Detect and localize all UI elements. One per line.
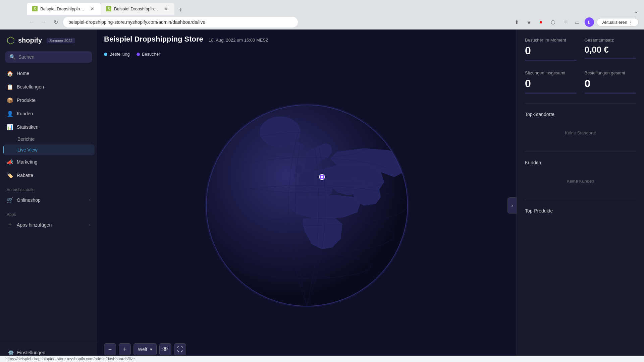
sidebar-item-label-marketing: Marketing: [17, 159, 91, 165]
map-section: Beispiel Dropshipping Store 18. Aug. 202…: [97, 29, 517, 362]
stat-gesamtumsatz: Gesamtumsatz 0,00 €: [585, 38, 636, 61]
stats-divider-3: [525, 200, 636, 200]
browser-tab-active[interactable]: S Beispiel Dropshipping Store · ... ✕: [27, 3, 101, 15]
apps-title: Apps: [3, 207, 95, 218]
tab-bar: S Beispiel Dropshipping Store · ... ✕ S …: [0, 0, 644, 15]
sidebar-item-customers[interactable]: 👤 Kunden: [3, 107, 95, 120]
extensions-icon-2[interactable]: ⬡: [548, 17, 558, 27]
reader-icon[interactable]: ≡: [560, 17, 570, 27]
besucher-label: Besucher im Moment: [525, 38, 577, 43]
search-input[interactable]: [18, 54, 88, 60]
main-content: Beispiel Dropshipping Store 18. Aug. 202…: [97, 29, 644, 362]
browser-actions: ⬆ ★ ● ⬡ ≡ ▭ L Aktualisieren ⋮: [512, 17, 639, 27]
sitzungen-value: 0: [525, 77, 577, 90]
tab-close-2[interactable]: ✕: [163, 6, 169, 12]
search-wrapper: 🔍: [5, 51, 92, 63]
extensions-icon-1[interactable]: ●: [536, 17, 546, 27]
eye-button[interactable]: 👁: [159, 343, 171, 355]
bestellungen-value: 0: [585, 77, 636, 90]
shopify-wordmark: shopify: [18, 37, 42, 44]
status-bar: https://beispiel-dropshipping-store.mysh…: [0, 356, 644, 362]
sidebar-subitem-live-view[interactable]: Live View: [3, 144, 95, 155]
map-controls: − + Welt ▾ 👁 ⛶: [104, 343, 186, 355]
svg-point-10: [321, 176, 323, 178]
address-text: beispiel-dropshipping-store.myshopify.co…: [68, 19, 292, 25]
tab-favicon-2: S: [106, 6, 111, 11]
reload-button[interactable]: ↻: [51, 17, 60, 27]
forward-button[interactable]: →: [39, 17, 48, 27]
world-selector[interactable]: Welt ▾: [133, 343, 157, 355]
bookmark-icon[interactable]: ★: [524, 17, 534, 27]
products-icon: 📦: [7, 97, 13, 104]
sidebar-item-label-customers: Kunden: [17, 111, 91, 116]
address-input[interactable]: beispiel-dropshipping-store.myshopify.co…: [63, 17, 298, 27]
gesamtumsatz-value: 0,00 €: [585, 45, 636, 55]
sidebar-item-statistics[interactable]: 📊 Statistiken: [3, 120, 95, 134]
map-legend: Bestellung Besucher: [97, 49, 517, 59]
legend-label-order: Bestellung: [109, 52, 130, 57]
legend-dot-order: [104, 53, 107, 56]
update-button[interactable]: Aktualisieren ⋮: [597, 18, 639, 26]
tab-close-1[interactable]: ✕: [89, 6, 95, 12]
stat-besucher: Besucher im Moment 0: [525, 38, 577, 61]
gesamtumsatz-bar: [585, 58, 636, 59]
zoom-out-button[interactable]: −: [104, 343, 116, 355]
zoom-in-button[interactable]: +: [119, 343, 131, 355]
discounts-icon: 🏷️: [7, 172, 13, 179]
sidebar-item-label-statistics: Statistiken: [17, 124, 91, 130]
sidebar-item-discounts[interactable]: 🏷️ Rabatte: [3, 169, 95, 182]
top-standorte-title: Top-Standorte: [525, 112, 636, 117]
map-header: Beispiel Dropshipping Store 18. Aug. 202…: [97, 29, 517, 49]
apps-arrow-icon: ›: [89, 223, 91, 227]
sitzungen-bar: [525, 93, 577, 94]
sidebar-item-products[interactable]: 📦 Produkte: [3, 94, 95, 107]
browser-chrome: S Beispiel Dropshipping Store · ... ✕ S …: [0, 0, 644, 29]
store-title: Beispiel Dropshipping Store: [104, 35, 203, 43]
stats-divider-1: [525, 103, 636, 104]
legend-dot-visitor: [137, 53, 140, 56]
update-more-icon: ⋮: [629, 20, 633, 25]
status-bar-url: https://beispiel-dropshipping-store.mysh…: [5, 357, 135, 361]
keine-kunden: Keine Kunden: [525, 171, 636, 192]
season-badge: Sommer 2022: [47, 38, 75, 43]
location-pin: [319, 174, 325, 180]
apps-section-header[interactable]: + Apps hinzufügen ›: [3, 218, 95, 232]
svg-point-3: [290, 143, 304, 151]
sidebar-item-orders[interactable]: 📋 Bestellungen: [3, 80, 95, 94]
sales-channels-title: Vertriebskanäle: [3, 182, 95, 193]
sidebar-item-onlineshop[interactable]: 🛒 Onlineshop ›: [3, 193, 95, 207]
gesamtumsatz-label: Gesamtumsatz: [585, 38, 636, 43]
address-bar: ← → ↻ beispiel-dropshipping-store.myshop…: [0, 15, 644, 29]
world-selector-label: Welt: [138, 347, 147, 352]
svg-point-2: [260, 117, 300, 147]
sidebar-item-label-orders: Bestellungen: [17, 84, 91, 89]
sidebar: ⬡ shopify Sommer 2022 🔍 🏠 Home 📋 Bestell…: [0, 29, 97, 362]
sidebar-icon[interactable]: ▭: [573, 17, 582, 27]
nav-section: 🏠 Home 📋 Bestellungen 📦 Produkte 👤 Kunde…: [0, 67, 97, 343]
sidebar-item-home[interactable]: 🏠 Home: [3, 67, 95, 80]
share-icon[interactable]: ⬆: [512, 17, 522, 27]
browser-tab-2[interactable]: S Beispiel Dropshipping Store ✕: [101, 3, 174, 15]
stats-panel: Besucher im Moment 0 Gesamtumsatz 0,00 €: [517, 29, 644, 362]
statistics-icon: 📊: [7, 124, 13, 130]
tab-title-2: Beispiel Dropshipping Store: [114, 6, 160, 11]
stat-bestellungen: Bestellungen gesamt 0: [585, 70, 636, 94]
sidebar-item-marketing[interactable]: 📣 Marketing: [3, 155, 95, 169]
fullscreen-button[interactable]: ⛶: [174, 343, 186, 355]
kunden-title: Kunden: [525, 160, 636, 165]
map-expand-button[interactable]: ›: [507, 197, 517, 214]
stats-divider-2: [525, 152, 636, 152]
tab-favicon-1: S: [32, 6, 38, 11]
user-profile-icon[interactable]: L: [585, 17, 594, 27]
stats-row-2: Sitzungen insgesamt 0 Bestellungen gesam…: [525, 70, 636, 94]
sitzungen-label: Sitzungen insgesamt: [525, 70, 577, 75]
sidebar-item-label-home: Home: [17, 71, 91, 76]
tab-more-button[interactable]: ⌄: [634, 7, 639, 15]
back-button[interactable]: ←: [27, 17, 36, 27]
new-tab-button[interactable]: +: [176, 5, 185, 15]
sidebar-subitem-berichte[interactable]: Berichte: [3, 134, 95, 144]
settings-label: Einstellungen: [17, 350, 45, 355]
settings-icon: ⚙️: [8, 350, 14, 355]
keine-standorte: Keine Standorte: [525, 122, 636, 143]
globe-container: ›: [97, 59, 517, 352]
